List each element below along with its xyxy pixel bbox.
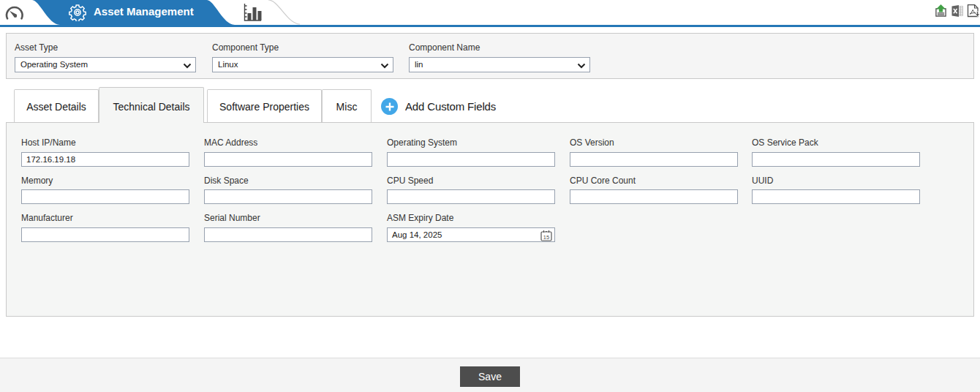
svg-text:15: 15 [543, 234, 549, 241]
